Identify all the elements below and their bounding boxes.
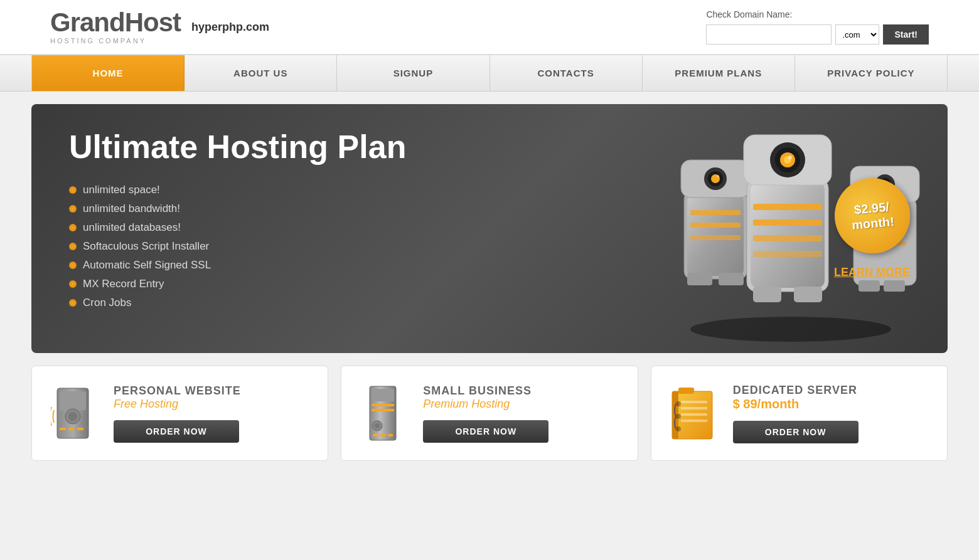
price-badge: $2.95/ month! xyxy=(831,175,912,256)
svg-rect-46 xyxy=(372,404,394,406)
svg-rect-35 xyxy=(859,280,880,292)
card-info-business: SMALL BUSINESS Premium Hosting ORDER NOW xyxy=(423,384,624,443)
logo-subtitle: HOSTING COMPANY xyxy=(50,37,181,45)
svg-point-60 xyxy=(676,401,681,406)
feature-4: Softaculous Script Installer xyxy=(69,240,809,253)
card-icon-business xyxy=(354,382,410,445)
bullet-icon xyxy=(69,205,77,213)
svg-rect-57 xyxy=(681,413,707,416)
card-business: SMALL BUSINESS Premium Hosting ORDER NOW xyxy=(341,366,638,461)
domain-check-row: .com .net .org .info .biz Start! xyxy=(706,24,929,45)
hero-title: Ultimate Hosting Plan xyxy=(69,129,809,165)
svg-rect-56 xyxy=(681,407,707,409)
logo-block: GrandHost HOSTING COMPANY xyxy=(50,9,181,45)
card-icon-dedicated xyxy=(664,382,720,445)
order-btn-personal[interactable]: ORDER NOW xyxy=(114,420,239,443)
bullet-icon xyxy=(69,262,77,269)
bullet-icon xyxy=(69,280,77,288)
domain-check-area: Check Domain Name: .com .net .org .info … xyxy=(706,9,929,45)
card-title-dedicated: DEDICATED SERVER xyxy=(733,384,934,397)
card-dedicated: DEDICATED SERVER $ 89/month ORDER NOW xyxy=(651,366,948,461)
feature-7: Cron Jobs xyxy=(69,297,809,309)
business-server-icon xyxy=(360,385,404,441)
hero-features: unlimited space! unlimited bandwidth! un… xyxy=(69,184,809,309)
bullet-icon xyxy=(69,224,77,231)
svg-rect-42 xyxy=(68,428,75,430)
main-nav: HOME ABOUT US SIGNUP CONTACTS PREMIUM PL… xyxy=(0,55,979,92)
feature-6: MX Record Entry xyxy=(69,278,809,290)
order-btn-dedicated[interactable]: ORDER NOW xyxy=(733,421,859,443)
domain-input[interactable] xyxy=(706,24,832,45)
dedicated-folder-icon xyxy=(667,385,717,441)
nav-item-home[interactable]: HOME xyxy=(31,55,185,91)
card-title-business: SMALL BUSINESS xyxy=(423,384,624,398)
bullet-icon xyxy=(69,299,77,307)
card-info-dedicated: DEDICATED SERVER $ 89/month ORDER NOW xyxy=(733,384,934,443)
nav-item-privacy[interactable]: PRIVACY POLICY xyxy=(795,55,948,91)
feature-1: unlimited space! xyxy=(69,184,809,196)
personal-server-icon xyxy=(51,385,95,441)
logo-text: GrandHost xyxy=(50,9,181,36)
bullet-icon xyxy=(69,186,77,194)
svg-rect-52 xyxy=(388,434,393,436)
svg-rect-58 xyxy=(681,420,707,422)
svg-point-40 xyxy=(68,412,77,421)
card-subtitle-business: Premium Hosting xyxy=(423,398,624,411)
card-info-personal: PERSONAL WEBSITE Free Hosting ORDER NOW xyxy=(114,384,315,443)
feature-5: Automatic Self Signed SSL xyxy=(69,259,809,272)
card-subtitle-dedicated: $ 89/month xyxy=(733,397,934,411)
order-btn-business[interactable]: ORDER NOW xyxy=(423,420,548,443)
card-icon-personal xyxy=(45,382,101,445)
card-personal: PERSONAL WEBSITE Free Hosting ORDER NOW xyxy=(31,366,328,461)
svg-rect-55 xyxy=(681,401,707,403)
cards-section: PERSONAL WEBSITE Free Hosting ORDER NOW xyxy=(31,366,948,461)
domain-check-label: Check Domain Name: xyxy=(706,9,792,19)
nav-item-about[interactable]: ABOUT US xyxy=(185,55,337,91)
card-subtitle-personal: Free Hosting xyxy=(114,398,315,411)
site-url: hyperphp.com xyxy=(191,21,269,34)
card-title-personal: PERSONAL WEBSITE xyxy=(114,384,315,398)
feature-3: unlimited databases! xyxy=(69,221,809,234)
header: GrandHost HOSTING COMPANY hyperphp.com C… xyxy=(0,0,979,55)
hero-banner: Ultimate Hosting Plan unlimited space! u… xyxy=(31,104,948,353)
svg-rect-51 xyxy=(380,434,385,436)
feature-2: unlimited bandwidth! xyxy=(69,203,809,215)
svg-point-61 xyxy=(676,414,681,419)
svg-rect-43 xyxy=(77,428,83,430)
nav-item-premium[interactable]: PREMIUM PLANS xyxy=(643,55,795,91)
svg-rect-45 xyxy=(372,389,394,401)
svg-rect-38 xyxy=(60,391,86,410)
price-badge-text: $2.95/ month! xyxy=(850,199,895,233)
svg-point-62 xyxy=(676,426,681,431)
domain-select[interactable]: .com .net .org .info .biz xyxy=(835,24,879,45)
svg-rect-47 xyxy=(372,409,394,411)
svg-point-49 xyxy=(375,423,380,428)
start-button[interactable]: Start! xyxy=(883,24,929,45)
svg-rect-59 xyxy=(678,388,694,394)
hero-content: Ultimate Hosting Plan unlimited space! u… xyxy=(69,129,809,328)
svg-rect-36 xyxy=(884,280,905,292)
svg-rect-41 xyxy=(60,428,66,430)
hero-price-area: $2.95/ month! LEARN MORE xyxy=(834,178,910,279)
learn-more-link[interactable]: LEARN MORE xyxy=(834,266,910,279)
svg-rect-50 xyxy=(373,434,378,436)
logo-area: GrandHost HOSTING COMPANY hyperphp.com xyxy=(50,9,269,45)
nav-item-contacts[interactable]: CONTACTS xyxy=(490,55,643,91)
bullet-icon xyxy=(69,243,77,250)
nav-item-signup[interactable]: SIGNUP xyxy=(337,55,490,91)
logo-name: GrandHost xyxy=(50,8,181,37)
